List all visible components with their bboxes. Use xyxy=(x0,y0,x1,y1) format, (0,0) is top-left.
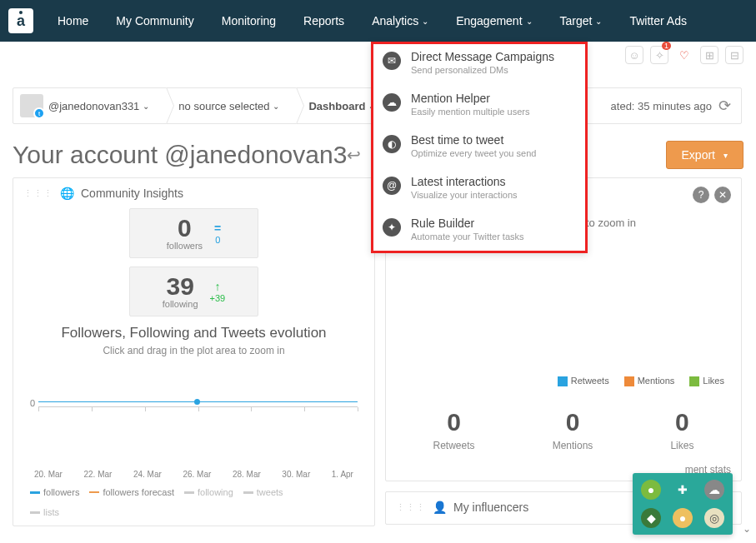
legend-tweets[interactable]: tweets xyxy=(243,487,283,497)
chevron-down-icon: ⌄ xyxy=(143,102,149,111)
x-axis xyxy=(38,406,358,426)
panel-title: My influencers xyxy=(453,501,528,514)
refresh-icon[interactable]: ⟳ xyxy=(718,97,731,115)
nav-target[interactable]: Target⌄ xyxy=(548,0,614,42)
nav-analytics[interactable]: Analytics⌄ xyxy=(360,0,440,42)
utility-icons: ☺ ✧1 ♡ ⊞ ⊟ xyxy=(625,46,743,64)
clock-icon: ◐ xyxy=(383,135,401,153)
notification-badge: 1 xyxy=(662,42,671,50)
app-logo[interactable]: a xyxy=(8,8,33,33)
widget-shield-icon[interactable]: ✚ xyxy=(673,480,693,500)
floating-widget[interactable]: ● ✚ ☁ ◆ ● ◎ xyxy=(633,473,733,535)
widget-icon-1[interactable]: ● xyxy=(641,480,661,500)
util-icon-notifications[interactable]: ✧1 xyxy=(650,46,668,64)
delta-equal: =0 xyxy=(214,222,221,245)
followers-stat: 0 followers =0 xyxy=(129,208,258,258)
chevron-down-icon: ⌄ xyxy=(273,102,279,111)
interactions-legend: Retweets Mentions Likes xyxy=(386,371,741,391)
x-labels: 20. Mar22. Mar24. Mar26. Mar28. Mar30. M… xyxy=(13,431,374,479)
util-icon-3[interactable]: ⊞ xyxy=(700,46,718,64)
widget-cloud-icon[interactable]: ☁ xyxy=(704,480,724,500)
nav-twitter-ads[interactable]: Twitter Ads xyxy=(618,0,698,42)
crumb-source[interactable]: no source selected ⌄ xyxy=(167,88,297,123)
legend-mentions[interactable]: Mentions xyxy=(624,376,675,386)
speech-icon: ☁ xyxy=(383,93,401,112)
caret-down-icon: ▾ xyxy=(723,151,728,160)
legend-retweets[interactable]: Retweets xyxy=(558,376,609,386)
updated-info: ated: 35 minutes ago ⟳ xyxy=(601,97,741,115)
util-icon-1[interactable]: ☺ xyxy=(625,46,643,64)
scroll-down-icon[interactable]: ⌄ xyxy=(743,523,751,535)
avatar: t xyxy=(20,94,43,117)
panel-header: ⋮⋮⋮ 🌐 Community Insights xyxy=(13,178,374,208)
person-gear-icon: ✦ xyxy=(383,218,401,237)
dd-rule-builder[interactable]: ✦ Rule BuilderAutomate your Twitter task… xyxy=(371,208,588,250)
help-button[interactable]: ? xyxy=(693,187,709,203)
nav-home[interactable]: Home xyxy=(46,0,100,42)
nav-reports[interactable]: Reports xyxy=(292,0,356,42)
chevron-down-icon: ⌄ xyxy=(595,17,602,26)
twitter-badge-icon: t xyxy=(33,107,45,119)
interactions-stats: 0Retweets 0Mentions 0Likes xyxy=(386,391,741,468)
close-button[interactable]: ✕ xyxy=(714,187,731,203)
stat-retweets: 0Retweets xyxy=(433,408,475,451)
export-button[interactable]: Export ▾ xyxy=(666,141,743,169)
chevron-down-icon: ⌄ xyxy=(526,17,533,26)
legend-followers-forecast[interactable]: followers forecast xyxy=(89,487,174,497)
engagement-dropdown: ✉ Direct Message CampaignsSend personali… xyxy=(371,42,588,253)
drag-handle-icon[interactable]: ⋮⋮⋮ xyxy=(396,502,426,513)
widget-icon-5[interactable]: ● xyxy=(673,508,693,528)
top-nav: a Home My Community Monitoring Reports A… xyxy=(0,0,756,42)
util-icon-4[interactable]: ⊟ xyxy=(725,46,743,64)
nav-engagement[interactable]: Engagement⌄ xyxy=(444,0,543,42)
community-insights-panel: ⋮⋮⋮ 🌐 Community Insights 0 followers =0 … xyxy=(13,177,375,526)
globe-icon: 🌐 xyxy=(60,187,74,200)
nav-my-community[interactable]: My Community xyxy=(104,0,205,42)
y-tick-0: 0 xyxy=(30,398,35,408)
drag-handle-icon[interactable]: ⋮⋮⋮ xyxy=(23,188,53,199)
panel-title: Community Insights xyxy=(81,187,183,200)
following-stat: 39 following ↑+39 xyxy=(129,267,258,316)
page-title: Your account @janedonovan3 xyxy=(13,141,347,169)
at-icon: @ xyxy=(383,177,401,195)
arrow-up-icon: ↑ xyxy=(214,280,220,293)
person-icon: 👤 xyxy=(433,501,447,514)
chart-subtitle: Click and drag in the plot area to zoom … xyxy=(13,345,374,356)
equals-icon: = xyxy=(214,222,221,235)
widget-icon-4[interactable]: ◆ xyxy=(641,508,661,528)
crumb-account[interactable]: t @janedonovan331 ⌄ xyxy=(13,88,167,123)
nav-monitoring[interactable]: Monitoring xyxy=(210,0,288,42)
chevron-down-icon: ⌄ xyxy=(422,17,428,26)
chart-title: Followers, Following and Tweets evolutio… xyxy=(13,325,374,341)
chart-legend: followers followers forecast following t… xyxy=(13,479,374,526)
dd-direct-message-campaigns[interactable]: ✉ Direct Message CampaignsSend personali… xyxy=(371,42,588,83)
dd-mention-helper[interactable]: ☁ Mention HelperEasily mention multiple … xyxy=(371,83,588,125)
widget-target-icon[interactable]: ◎ xyxy=(704,508,724,528)
delta-up: ↑+39 xyxy=(210,280,226,303)
back-arrow-icon[interactable]: ↩ xyxy=(347,145,361,165)
heart-icon[interactable]: ♡ xyxy=(675,46,693,64)
chart-plot-area[interactable]: 0 xyxy=(13,373,374,431)
chart-point xyxy=(194,399,200,405)
dd-latest-interactions[interactable]: @ Latest interactionsVisualize your inte… xyxy=(371,167,588,208)
legend-likes[interactable]: Likes xyxy=(689,376,724,386)
legend-lists[interactable]: lists xyxy=(30,507,358,517)
stat-mentions: 0Mentions xyxy=(553,408,593,451)
legend-following[interactable]: following xyxy=(184,487,233,497)
stat-likes: 0Likes xyxy=(670,408,693,451)
envelope-icon: ✉ xyxy=(383,52,401,70)
dd-best-time[interactable]: ◐ Best time to tweetOptimize every tweet… xyxy=(371,125,588,167)
legend-followers[interactable]: followers xyxy=(30,487,79,497)
